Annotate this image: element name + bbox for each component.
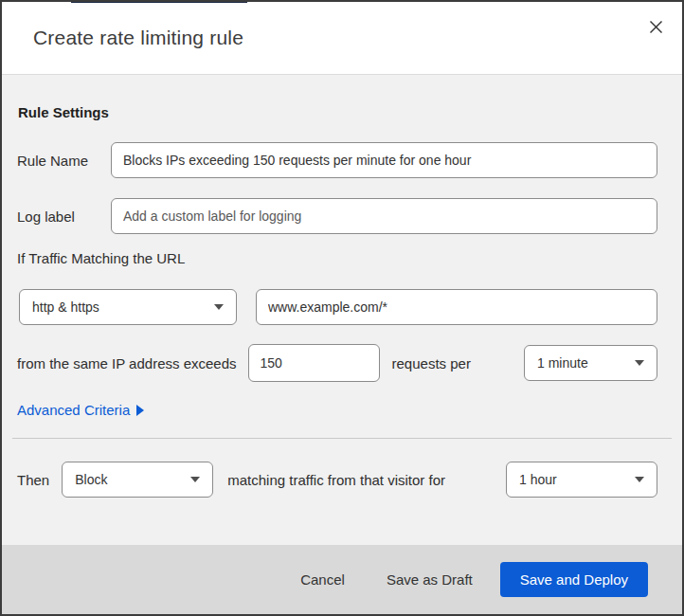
dialog-footer: Cancel Save as Draft Save and Deploy [2,545,682,614]
save-and-deploy-button[interactable]: Save and Deploy [500,562,648,597]
cancel-button[interactable]: Cancel [300,571,345,588]
section-heading-rule-settings: Rule Settings [18,104,109,120]
period-select-value: 1 minute [537,355,588,371]
caret-down-icon [190,477,200,482]
save-as-draft-button[interactable]: Save as Draft [387,571,473,588]
rule-name-input[interactable] [111,142,657,178]
rate-limit-dialog: Create rate limiting rule Rule Settings … [0,0,684,616]
log-label-label: Log label [17,198,75,234]
advanced-criteria-link[interactable]: Advanced Criteria [17,402,144,418]
period-select[interactable]: 1 minute [524,345,657,381]
action-middle-text: matching traffic from that visitor for [227,472,445,488]
close-icon [649,20,663,37]
requests-count-input[interactable] [248,344,380,382]
url-pattern-input[interactable] [256,289,657,325]
duration-select[interactable]: 1 hour [506,462,657,498]
log-label-input[interactable] [111,198,657,234]
caret-down-icon [635,477,644,482]
dialog-title: Create rate limiting rule [33,27,243,49]
advanced-criteria-label: Advanced Criteria [17,402,130,418]
duration-select-value: 1 hour [519,472,557,487]
scheme-select[interactable]: http & https [19,289,237,325]
caret-down-icon [635,360,644,366]
top-edge-accent [71,0,247,3]
caret-down-icon [214,304,224,310]
section-divider [12,438,672,439]
threshold-prefix-text: from the same IP address exceeds [17,355,237,371]
close-button[interactable] [644,17,667,40]
traffic-match-heading: If Traffic Matching the URL [17,250,185,266]
rule-name-label: Rule Name [17,142,88,178]
action-select[interactable]: Block [62,462,213,498]
threshold-row: from the same IP address exceeds request… [17,344,657,382]
action-prefix-text: Then [17,472,49,488]
action-row: Then Block matching traffic from that vi… [17,462,657,498]
url-match-row: http & https [19,289,657,325]
scheme-select-value: http & https [32,299,99,315]
action-select-value: Block [75,472,107,487]
dialog-header: Create rate limiting rule [2,2,682,75]
threshold-middle-text: requests per [392,355,471,371]
chevron-right-icon [136,405,144,416]
